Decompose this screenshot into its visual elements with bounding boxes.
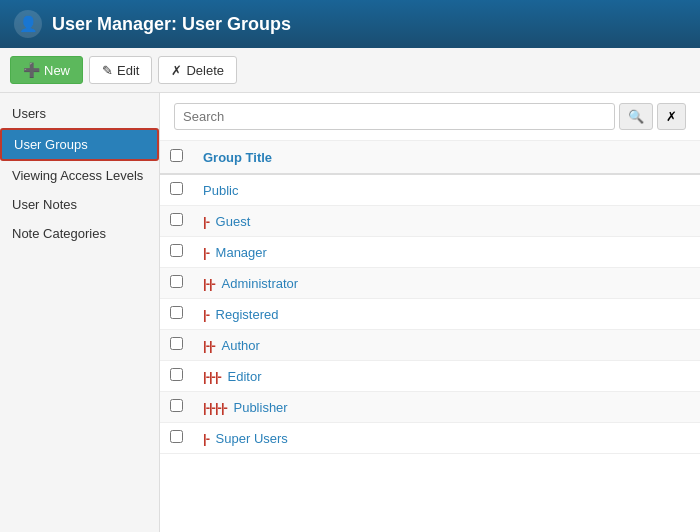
table-row: |- Registered [160,299,700,330]
sidebar-item-users[interactable]: Users [0,99,159,128]
select-all-header [160,141,193,174]
group-title-link[interactable]: Editor [228,369,262,384]
page-title: User Manager: User Groups [52,14,291,35]
row-title-cell: |-|- Administrator [193,268,700,299]
indent-bars: |-|-|-|- [203,400,229,415]
group-title-link[interactable]: Public [203,183,238,198]
select-all-checkbox[interactable] [170,149,183,162]
edit-button[interactable]: ✎ Edit [89,56,152,84]
search-input[interactable] [174,103,615,130]
user-icon: 👤 [14,10,42,38]
group-title-link[interactable]: Manager [216,245,267,260]
sidebar-item-viewing-access-levels[interactable]: Viewing Access Levels [0,161,159,190]
row-checkbox-cell [160,268,193,299]
row-title-cell: |- Guest [193,206,700,237]
page-header: 👤 User Manager: User Groups [0,0,700,48]
row-checkbox[interactable] [170,182,183,195]
search-button[interactable]: 🔍 [619,103,653,130]
table-row: |- Guest [160,206,700,237]
edit-button-label: Edit [117,63,139,78]
row-title-cell: |- Super Users [193,423,700,454]
edit-icon: ✎ [102,63,113,78]
row-title-cell: |- Registered [193,299,700,330]
content-area: Users User Groups Viewing Access Levels … [0,93,700,532]
table-row: |- Manager [160,237,700,268]
row-checkbox[interactable] [170,306,183,319]
search-icon: 🔍 [628,109,644,124]
search-bar: 🔍 ✗ [160,93,700,141]
row-checkbox[interactable] [170,337,183,350]
table-row: |-|-|-|- Publisher [160,392,700,423]
group-title-link[interactable]: Author [222,338,260,353]
row-checkbox-cell [160,174,193,206]
indent-bars: |- [203,431,212,446]
toolbar: ➕ New ✎ Edit ✗ Delete [0,48,700,93]
indent-bars: |- [203,214,212,229]
sidebar: Users User Groups Viewing Access Levels … [0,93,160,532]
sidebar-item-note-categories[interactable]: Note Categories [0,219,159,248]
sidebar-item-user-notes[interactable]: User Notes [0,190,159,219]
delete-button[interactable]: ✗ Delete [158,56,237,84]
row-checkbox-cell [160,423,193,454]
group-title-link[interactable]: Administrator [222,276,299,291]
row-title-cell: |-|- Author [193,330,700,361]
indent-bars: |-|-|- [203,369,224,384]
row-checkbox[interactable] [170,430,183,443]
table-row: Public [160,174,700,206]
delete-button-label: Delete [186,63,224,78]
clear-icon: ✗ [666,109,677,124]
row-checkbox[interactable] [170,244,183,257]
groups-table: Group Title Public|- Guest|- Manager|-|-… [160,141,700,454]
indent-bars: |- [203,245,212,260]
search-clear-button[interactable]: ✗ [657,103,686,130]
row-title-cell: |-|-|- Editor [193,361,700,392]
new-button-label: New [44,63,70,78]
indent-bars: |-|- [203,338,218,353]
delete-icon: ✗ [171,63,182,78]
table-row: |-|-|- Editor [160,361,700,392]
table-row: |-|- Administrator [160,268,700,299]
new-button[interactable]: ➕ New [10,56,83,84]
row-checkbox-cell [160,361,193,392]
row-checkbox-cell [160,330,193,361]
row-title-cell: |- Manager [193,237,700,268]
main-content: 🔍 ✗ Group Title Public|- Guest|- Manager [160,93,700,532]
row-title-cell: Public [193,174,700,206]
row-title-cell: |-|-|-|- Publisher [193,392,700,423]
row-checkbox-cell [160,299,193,330]
row-checkbox-cell [160,206,193,237]
group-title-link[interactable]: Super Users [216,431,288,446]
group-title-link[interactable]: Registered [216,307,279,322]
sidebar-item-user-groups[interactable]: User Groups [0,128,159,161]
group-title-link[interactable]: Guest [216,214,251,229]
row-checkbox-cell [160,392,193,423]
row-checkbox[interactable] [170,368,183,381]
indent-bars: |-|- [203,276,218,291]
table-row: |- Super Users [160,423,700,454]
table-row: |-|- Author [160,330,700,361]
group-title-link[interactable]: Publisher [233,400,287,415]
row-checkbox-cell [160,237,193,268]
plus-icon: ➕ [23,62,40,78]
row-checkbox[interactable] [170,213,183,226]
indent-bars: |- [203,307,212,322]
row-checkbox[interactable] [170,399,183,412]
row-checkbox[interactable] [170,275,183,288]
group-title-header: Group Title [193,141,700,174]
